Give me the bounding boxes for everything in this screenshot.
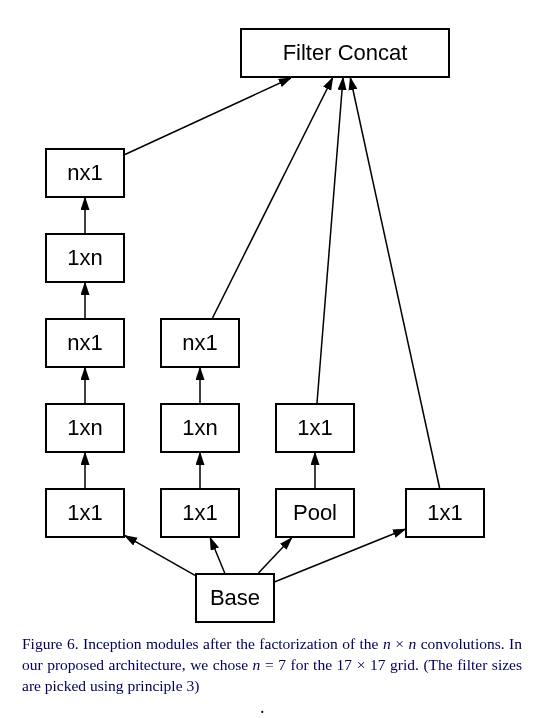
node-b_1xn: 1xn <box>160 403 240 453</box>
math-17x17: 17 × 17 <box>337 656 386 673</box>
edge-d_1x1-concat <box>350 78 439 488</box>
figure-caption: Figure 6. Inception modules after the fa… <box>22 634 522 697</box>
edge-a_nx1_2-concat <box>125 78 291 155</box>
math-n-1: n <box>383 635 391 652</box>
node-a_1xn_1: 1xn <box>45 403 125 453</box>
node-a_1xn_2: 1xn <box>45 233 125 283</box>
math-times-1: × <box>391 635 409 652</box>
trailing-period: . <box>260 697 532 718</box>
edge-base-a_1x1 <box>125 536 195 576</box>
edge-base-b_1x1 <box>210 538 224 573</box>
node-a_nx1_2: nx1 <box>45 148 125 198</box>
node-c_1x1: 1x1 <box>275 403 355 453</box>
node-c_pool: Pool <box>275 488 355 538</box>
node-d_1x1: 1x1 <box>405 488 485 538</box>
figure-label: Figure 6. <box>22 635 79 652</box>
caption-text-1: Inception modules after the factorizatio… <box>79 635 383 652</box>
math-n-2: n <box>408 635 416 652</box>
node-base: Base <box>195 573 275 623</box>
math-eq-7: = 7 <box>260 656 286 673</box>
edge-c_1x1-concat <box>317 78 343 403</box>
node-b_1x1: 1x1 <box>160 488 240 538</box>
caption-text-3: for the <box>286 656 337 673</box>
node-a_1x1: 1x1 <box>45 488 125 538</box>
edge-base-c_pool <box>259 538 292 573</box>
node-a_nx1_1: nx1 <box>45 318 125 368</box>
edge-b_nx1-concat <box>213 78 333 318</box>
node-b_nx1: nx1 <box>160 318 240 368</box>
inception-diagram: Filter Concatnx11xnnx11xn1x1nx11xn1x11x1… <box>10 10 532 630</box>
node-concat: Filter Concat <box>240 28 450 78</box>
